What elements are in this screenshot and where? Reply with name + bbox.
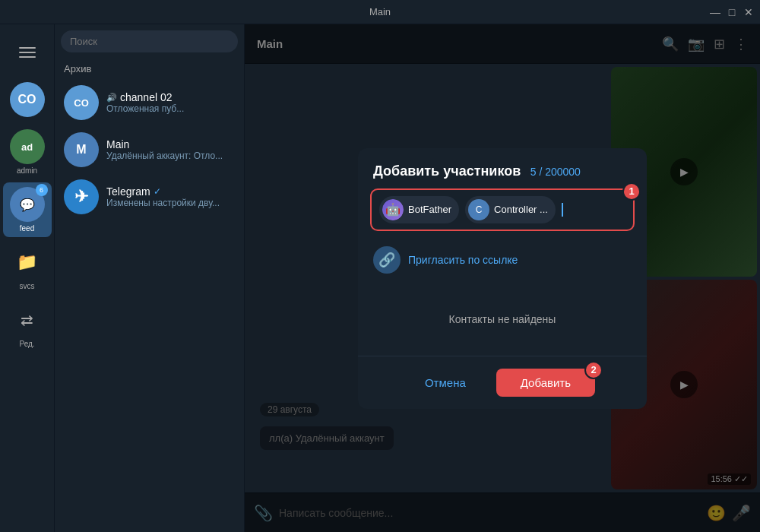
channel02-info: 🔊 channel 02 Отложенная пуб... (106, 91, 235, 114)
feed-badge: 6 (36, 184, 48, 196)
cancel-button[interactable]: Отмена (410, 370, 481, 395)
feed-badge-container: 💬 6 (10, 187, 45, 222)
edit-icon: ⇄ (10, 302, 45, 337)
chips-area[interactable]: 🤖 BotFather C Controller ... 1 (370, 188, 635, 231)
close-button[interactable]: ✕ (743, 7, 754, 17)
co-avatar: CO (10, 82, 45, 117)
modal-overlay: Добавить участников 5 / 200000 🤖 BotFath… (245, 24, 760, 532)
telegram-preview: Изменены настройки дву... (106, 198, 235, 208)
invite-link-button[interactable]: 🔗 Пригласить по ссылке (358, 237, 647, 283)
chat-panel: Архив CO 🔊 channel 02 Отложенная пуб... … (55, 24, 245, 532)
channel02-name: 🔊 channel 02 (106, 91, 235, 103)
telegram-avatar: ✈ (64, 179, 99, 214)
verified-icon: ✓ (154, 186, 161, 197)
speaker-icon: 🔊 (106, 93, 117, 103)
main-name: Main (106, 138, 235, 150)
feed-label: feed (20, 224, 34, 233)
botfather-chip-avatar: 🤖 (382, 199, 404, 220)
main-avatar: M (64, 132, 99, 167)
main-info: Main Удалённый аккаунт: Отло... (106, 138, 235, 161)
modal-title: Добавить участников (373, 163, 521, 179)
telegram-info: Telegram ✓ Изменены настройки дву... (106, 185, 235, 208)
invite-link-text: Пригласить по ссылке (408, 254, 518, 266)
chat-item-telegram[interactable]: ✈ Telegram ✓ Изменены настройки дву... (55, 173, 244, 220)
app-body: CO ad admin 💬 6 feed 📁 svcs ⇄ (0, 24, 760, 532)
chat-item-channel02[interactable]: CO 🔊 channel 02 Отложенная пуб... (55, 79, 244, 126)
sidebar-account-svcs[interactable]: 📁 svcs (3, 240, 52, 295)
text-cursor (562, 203, 563, 217)
botfather-chip-label: BotFather (408, 204, 451, 215)
sidebar-account-co[interactable]: CO (3, 78, 52, 122)
sidebar-icons: CO ad admin 💬 6 feed 📁 svcs ⇄ (0, 24, 55, 532)
controller-chip-avatar: C (468, 199, 489, 220)
maximize-button[interactable]: □ (727, 7, 737, 17)
add-button[interactable]: Добавить 2 (496, 369, 595, 397)
admin-label: admin (17, 166, 37, 175)
link-icon: 🔗 (373, 246, 401, 274)
chat-item-main[interactable]: M Main Удалённый аккаунт: Отло... (55, 126, 244, 173)
search-input[interactable] (61, 30, 238, 52)
channel02-preview: Отложенная пуб... (106, 103, 235, 114)
sidebar-account-admin[interactable]: ad admin (3, 125, 52, 179)
modal-footer: Отмена Добавить 2 (358, 356, 647, 409)
main-preview: Удалённый аккаунт: Отло... (106, 150, 235, 161)
channel02-avatar: CO (64, 85, 99, 120)
channel02-initials: CO (74, 97, 89, 109)
telegram-icon: ✈ (74, 187, 88, 207)
archive-header: Архив (55, 59, 244, 79)
hamburger-icon (10, 35, 45, 70)
sidebar-edit-button[interactable]: ⇄ Ред. (3, 298, 52, 353)
titlebar-title: Main (369, 6, 391, 17)
step-badge-1: 1 (622, 182, 641, 201)
minimize-button[interactable]: — (710, 7, 720, 17)
admin-avatar: ad (10, 129, 45, 164)
modal-header: Добавить участников 5 / 200000 (358, 148, 647, 188)
chip-controller: C Controller ... (465, 196, 556, 223)
folder-icon: 📁 (10, 245, 45, 280)
sidebar-account-feed[interactable]: 💬 6 feed (3, 182, 52, 237)
chip-botfather: 🤖 BotFather (379, 196, 459, 223)
controller-chip-label: Controller ... (494, 204, 548, 215)
modal-count: 5 / 200000 (530, 166, 581, 178)
add-members-modal: Добавить участников 5 / 200000 🤖 BotFath… (358, 148, 647, 409)
search-container (55, 24, 244, 59)
titlebar: Main — □ ✕ (0, 0, 760, 24)
telegram-name: Telegram ✓ (106, 185, 235, 198)
svcs-label: svcs (20, 282, 35, 290)
main-initials: M (76, 143, 86, 157)
no-contacts-message: Контакты не найдены (358, 283, 647, 356)
main-chat-area: Main 🔍 📷 ⊞ ⋮ ▶ ▶ 15:56 ✓✓ 29 август (245, 24, 760, 532)
modal-title-container: Добавить участников 5 / 200000 (373, 163, 581, 179)
step-badge-2: 2 (584, 361, 603, 379)
edit-label: Ред. (19, 340, 34, 348)
sidebar-menu-button[interactable] (3, 30, 52, 74)
